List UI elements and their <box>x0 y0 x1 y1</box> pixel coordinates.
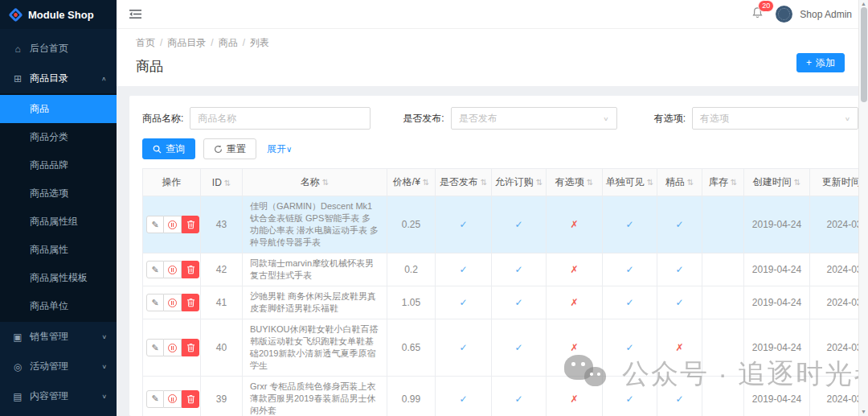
breadcrumb-catalog[interactable]: 商品目录 <box>167 37 206 48</box>
column-header[interactable]: 有选项⇅ <box>547 169 603 196</box>
cell-featured: ✓ <box>657 196 702 253</box>
cross-icon: ✗ <box>570 297 578 308</box>
cell-updated: 2024-03- <box>810 253 864 286</box>
cell-can-order: ✓ <box>492 377 547 416</box>
sidebar-item-catalog[interactable]: ⊞ 商品目录 ∨ <box>0 64 117 93</box>
pause-circle-icon <box>168 344 177 352</box>
sort-icon: ⇅ <box>731 178 737 187</box>
cell-can-order: ✓ <box>492 196 547 253</box>
delete-button[interactable] <box>182 294 199 311</box>
column-header[interactable]: 创建时间⇅ <box>744 169 810 196</box>
row-actions: ✎ <box>146 294 199 311</box>
column-header[interactable]: 价格/¥⇅ <box>387 169 436 196</box>
edit-button[interactable]: ✎ <box>146 294 164 311</box>
edit-button[interactable]: ✎ <box>146 339 164 356</box>
cell-visible: ✓ <box>603 196 657 253</box>
sort-icon: ⇅ <box>224 179 231 187</box>
check-icon: ✓ <box>514 219 522 230</box>
pencil-icon: ✎ <box>151 343 158 353</box>
sidebar-item-activities[interactable]: ◎ 活动管理 ∨ <box>0 352 117 381</box>
table-row: ✎41沙驰男鞋 商务休闲头层皮鞋男真皮套脚舒适男鞋乐福鞋1.05✓✓✗✓✓201… <box>143 286 864 319</box>
pause-circle-icon <box>168 220 177 229</box>
sort-icon: ⇅ <box>322 178 329 187</box>
disable-button[interactable] <box>164 216 182 233</box>
cell-stock <box>702 196 744 253</box>
notification-badge: 20 <box>758 0 774 12</box>
options-select[interactable]: 有选项 ∨ <box>692 107 858 130</box>
check-icon: ✓ <box>675 393 683 405</box>
sidebar-subitem[interactable]: 商品选项 <box>0 179 117 208</box>
check-icon: ✓ <box>514 264 522 275</box>
cell-can-order: ✓ <box>492 286 547 319</box>
disable-button[interactable] <box>164 294 182 311</box>
cell-stock <box>702 286 744 319</box>
column-header[interactable]: 名称⇅ <box>243 169 387 196</box>
sidebar-subitem[interactable]: 商品属性组 <box>0 208 117 236</box>
table-row: ✎43佳明（GARMIN）Descent Mk1钛合金表链版 GPS智能手表 多… <box>143 196 864 253</box>
app-logo[interactable]: Module Shop <box>0 0 117 29</box>
check-icon: ✓ <box>625 342 633 353</box>
delete-button[interactable] <box>182 261 199 278</box>
sidebar-subitem[interactable]: 商品品牌 <box>0 151 117 179</box>
breadcrumb-home[interactable]: 首页 <box>136 37 155 48</box>
trash-icon <box>186 220 195 229</box>
column-header[interactable]: 库存⇅ <box>702 169 744 196</box>
breadcrumb-product[interactable]: 商品 <box>219 37 238 48</box>
check-icon: ✓ <box>514 393 522 405</box>
sidebar-item-shop-config[interactable]: ⚙ 商城配置 ∨ <box>0 411 117 416</box>
reset-button[interactable]: 重置 <box>203 138 256 159</box>
delete-button[interactable] <box>182 339 199 356</box>
name-filter-label: 商品名称: <box>142 112 183 126</box>
product-card: 商品名称: 是否发布: 是否发布 ∨ 有选项: 有选项 ∨ <box>129 96 863 416</box>
sidebar-item-dashboard[interactable]: ⌂ 后台首页 <box>0 34 117 64</box>
add-button[interactable]: + 添加 <box>796 53 845 72</box>
cell-updated: 2024-03- <box>810 377 864 416</box>
cell-name: BUYIKOU休闲鞋女鞋小白鞋百搭韩版运动鞋女飞织跑鞋女单鞋基础2019新款小清… <box>243 319 387 377</box>
check-icon: ✓ <box>675 264 683 275</box>
vertical-scrollbar[interactable]: ▲ ▼ <box>858 0 868 416</box>
sort-icon: ⇅ <box>536 178 542 187</box>
delete-button[interactable] <box>182 390 199 408</box>
sidebar-subitem[interactable]: 商品单位 <box>0 292 117 320</box>
scroll-up-arrow-icon[interactable]: ▲ <box>859 1 868 6</box>
sidebar-subitem[interactable]: 商品 <box>0 95 117 123</box>
user-name[interactable]: Shop Admin <box>800 9 852 20</box>
column-header[interactable]: ID⇅ <box>201 169 243 196</box>
menu-fold-icon[interactable] <box>129 9 141 19</box>
refresh-icon <box>214 145 223 154</box>
column-header[interactable]: 单独可见⇅ <box>603 169 657 196</box>
delete-button[interactable] <box>182 216 199 233</box>
column-header[interactable]: 更新时间⇅ <box>810 169 864 196</box>
cell-id: 39 <box>201 377 243 416</box>
notification-bell-icon[interactable]: 20 <box>751 6 764 22</box>
cell-has-options: ✗ <box>547 253 603 286</box>
sidebar-subitem[interactable]: 商品属性 <box>0 236 117 264</box>
disable-button[interactable] <box>164 390 182 408</box>
cell-updated: 2024-03- <box>810 196 864 253</box>
published-select[interactable]: 是否发布 ∨ <box>451 107 617 130</box>
check-icon: ✓ <box>675 297 683 308</box>
cell-featured: ✗ <box>657 319 702 377</box>
edit-button[interactable]: ✎ <box>146 261 164 278</box>
cell-published: ✓ <box>436 319 492 377</box>
scrollbar-thumb[interactable] <box>861 7 867 102</box>
edit-button[interactable]: ✎ <box>146 216 164 233</box>
column-header[interactable]: 允许订购⇅ <box>492 169 547 196</box>
avatar[interactable] <box>776 6 792 23</box>
search-icon <box>153 145 162 154</box>
column-header[interactable]: 是否发布⇅ <box>436 169 492 196</box>
sidebar-subitem[interactable]: 商品属性模板 <box>0 264 117 292</box>
sidebar-item-sales[interactable]: ▣ 销售管理 ∨ <box>0 322 117 352</box>
edit-button[interactable]: ✎ <box>146 390 164 408</box>
check-icon: ✓ <box>459 297 467 308</box>
check-icon: ✓ <box>675 219 683 230</box>
name-filter-input[interactable] <box>190 107 371 130</box>
expand-link[interactable]: 展开∨ <box>267 142 292 156</box>
disable-button[interactable] <box>164 261 182 278</box>
scroll-down-arrow-icon[interactable]: ▼ <box>859 409 868 414</box>
column-header[interactable]: 精品⇅ <box>657 169 702 196</box>
sidebar-subitem[interactable]: 商品分类 <box>0 123 117 151</box>
sidebar-item-content[interactable]: ▤ 内容管理 ∨ <box>0 381 117 411</box>
disable-button[interactable] <box>164 339 182 356</box>
search-button[interactable]: 查询 <box>142 138 195 159</box>
